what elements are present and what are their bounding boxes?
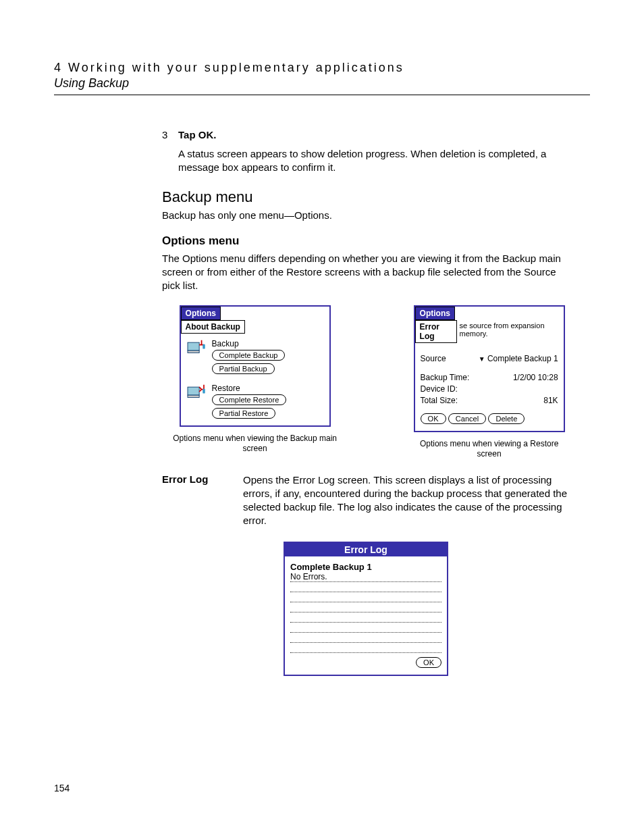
menu-options[interactable]: Options [181, 307, 221, 320]
heading-backup-menu: Backup menu [162, 188, 570, 206]
label-backup: Backup [212, 339, 286, 348]
error-log-row [290, 602, 441, 613]
error-log-screen: Error Log Complete Backup 1 No Errors. O… [284, 542, 448, 676]
header-rule [54, 95, 590, 95]
menu-error-log[interactable]: Error Log [415, 320, 457, 343]
source-picklist[interactable]: ▼ Complete Backup 1 [479, 354, 558, 363]
step-number: 3 [162, 129, 178, 140]
options-body: The Options menu differs depending on wh… [162, 252, 570, 293]
delete-button[interactable]: Delete [488, 413, 525, 424]
svg-rect-1 [188, 350, 199, 353]
label-backup-time: Backup Time: [421, 373, 470, 382]
error-log-subtitle: Complete Backup 1 [290, 562, 441, 572]
value-backup-time: 1/2/00 10:28 [513, 373, 558, 382]
value-total-size: 81K [543, 396, 558, 405]
definition-term: Error Log [162, 473, 243, 528]
partial-backup-button[interactable]: Partial Backup [212, 363, 275, 374]
svg-rect-5 [203, 388, 205, 393]
error-log-row [290, 623, 441, 633]
step-text: Tap OK. [178, 129, 216, 140]
backup-device-icon [186, 339, 205, 355]
backup-menu-body: Backup has only one menu—Options. [162, 209, 570, 222]
figure2-caption: Options menu when viewing a Restore scre… [408, 439, 570, 460]
error-log-row [290, 633, 441, 643]
figure-backup-main: Options About Backup Backup Complete [180, 305, 331, 427]
label-total-size: Total Size: [421, 396, 458, 405]
figure1-caption: Options menu when viewing the Backup mai… [162, 434, 348, 454]
ok-button[interactable]: OK [421, 413, 446, 424]
page-number: 154 [54, 783, 70, 793]
restore-device-icon [186, 384, 205, 400]
error-log-ok-button[interactable]: OK [416, 657, 441, 668]
error-log-row [290, 592, 441, 602]
error-log-row [290, 643, 441, 653]
step-body: A status screen appears to show deletion… [178, 147, 570, 175]
label-device-id: Device ID: [421, 384, 458, 394]
error-log-row [290, 582, 441, 592]
cancel-button[interactable]: Cancel [448, 413, 486, 424]
heading-options-menu: Options menu [162, 234, 570, 248]
hint-text: se source from expansion memory. [457, 320, 564, 339]
svg-rect-0 [188, 342, 199, 350]
error-log-row: No Errors. [290, 572, 441, 582]
menu-about-backup[interactable]: About Backup [181, 320, 245, 334]
svg-rect-4 [188, 395, 199, 397]
figure-restore-screen: Options Error Log se source from expansi… [414, 305, 565, 432]
definition-description: Opens the Error Log screen. This screen … [243, 473, 570, 528]
menu-options-2[interactable]: Options [415, 307, 455, 320]
svg-rect-3 [188, 387, 199, 395]
error-log-title: Error Log [285, 543, 447, 556]
chevron-down-icon: ▼ [479, 355, 485, 363]
svg-rect-2 [203, 344, 205, 348]
chapter-heading: 4 Working with your supplementary applic… [54, 61, 590, 75]
complete-backup-button[interactable]: Complete Backup [212, 350, 286, 361]
complete-restore-button[interactable]: Complete Restore [212, 394, 287, 405]
label-restore: Restore [212, 384, 287, 393]
label-source: Source [421, 354, 446, 363]
error-log-row [290, 613, 441, 623]
partial-restore-button[interactable]: Partial Restore [212, 408, 276, 419]
section-heading: Using Backup [54, 76, 590, 90]
